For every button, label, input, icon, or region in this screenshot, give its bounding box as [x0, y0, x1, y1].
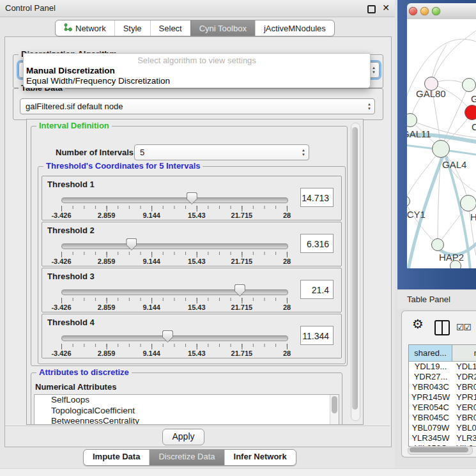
- scale-tick-label: 21.715: [231, 303, 253, 311]
- column-header-name[interactable]: name: [452, 345, 476, 361]
- network-node-label: C: [472, 121, 476, 132]
- algorithm-dropdown-popup: Select algorithm to view settings Manual…: [23, 53, 371, 88]
- combo-stepper-icon: ▲▼: [364, 99, 374, 114]
- interval-definition-group: Interval Definition Number of Intervals …: [31, 126, 348, 366]
- scale-tick-label: 9.144: [142, 211, 160, 219]
- traffic-light-close-icon[interactable]: [409, 7, 417, 15]
- table-row[interactable]: YPR145W YPR1: [409, 392, 476, 403]
- tab-style[interactable]: Style: [114, 20, 150, 36]
- network-node[interactable]: [432, 140, 450, 158]
- scale-tick-label: 15.43: [188, 257, 206, 265]
- table-horizontal-scrollbar[interactable]: [408, 446, 473, 455]
- combo-stepper-icon: ▲▼: [298, 145, 309, 160]
- tab-infer-network[interactable]: Infer Network: [224, 450, 296, 465]
- node-attribute-table[interactable]: shared... name YDL19... YDL1 YDR27... YD…: [408, 344, 476, 447]
- close-icon[interactable]: ✕: [382, 3, 390, 13]
- float-window-icon[interactable]: [367, 5, 376, 13]
- table-row[interactable]: YLR345W YLR3: [409, 433, 476, 443]
- gear-icon[interactable]: ⚙: [412, 316, 424, 332]
- table-header-row: shared... name: [409, 345, 476, 362]
- number-of-intervals-label: Number of Intervals: [56, 148, 134, 157]
- checkbox-icons[interactable]: ☑☑: [456, 322, 471, 332]
- scale-tick-label: 15.43: [188, 211, 206, 219]
- threshold-value-field[interactable]: 21.4: [300, 280, 334, 299]
- table-row[interactable]: YDR27... YDR2: [409, 372, 476, 382]
- traffic-light-zoom-icon[interactable]: [432, 7, 440, 15]
- numerical-attributes-list[interactable]: SelfLoopsTopologicalCoefficientBetweenne…: [34, 394, 339, 425]
- scrollbar-thumb[interactable]: [332, 396, 337, 413]
- cell-shared-name: YER054C: [409, 403, 452, 413]
- control-panel-titlebar: Control Panel ✕: [0, 0, 395, 17]
- slider-scale: -3.4262.8599.14415.4321.71528: [61, 256, 287, 264]
- attributes-scrollbar[interactable]: [330, 395, 339, 424]
- network-node-label: GAL11: [407, 128, 431, 139]
- apply-button[interactable]: Apply: [162, 429, 204, 445]
- cell-name: YER0: [452, 403, 476, 413]
- tab-discretize-data[interactable]: Discretize Data: [149, 450, 224, 465]
- cell-shared-name: YDR27...: [409, 372, 452, 382]
- scale-tick-label: 2.859: [98, 349, 116, 357]
- network-node[interactable]: [464, 105, 476, 120]
- table-row[interactable]: YER054C YER0: [409, 403, 476, 413]
- tab-cyni-toolbox[interactable]: Cyni Toolbox: [190, 20, 255, 36]
- network-window-titlebar[interactable]: [407, 3, 476, 20]
- scale-tick-label: -3.426: [51, 303, 71, 311]
- scale-tick-label: 15.43: [188, 303, 206, 311]
- cell-name: YBR0: [452, 382, 476, 392]
- table-data-combobox[interactable]: galFiltered.sif default node ▲▼: [20, 98, 375, 114]
- network-canvas[interactable]: GAL80GACGAL11GAL4GCY1HAHAP2: [407, 19, 476, 268]
- group-title: Attributes to discretize: [36, 368, 132, 377]
- thresholds-group: Threshold's Coordinates for 5 Intervals …: [38, 166, 346, 364]
- threshold-value-field[interactable]: 11.344: [300, 326, 334, 345]
- app-root: Control Panel ✕ Network Style: [0, 0, 476, 476]
- settings-scrollbar[interactable]: [351, 123, 360, 421]
- threshold-3-panel: Threshold 3 -3.4262.8599.14415.4321.7152…: [42, 268, 342, 312]
- tab-select[interactable]: Select: [150, 20, 190, 36]
- scale-tick-label: 28: [283, 349, 291, 357]
- group-title: Threshold's Coordinates for 5 Intervals: [43, 162, 203, 171]
- scale-tick-label: 21.715: [231, 211, 253, 219]
- scale-tick-label: 21.715: [231, 349, 253, 357]
- bottom-strip: [0, 468, 476, 476]
- network-node-label: GAL4: [442, 159, 466, 170]
- tab-jactivemnodules[interactable]: jActiveMNodules: [255, 20, 334, 36]
- table-row[interactable]: YDL19... YDL1: [409, 362, 476, 372]
- settings-scroll-panel: Interval Definition Number of Intervals …: [26, 119, 364, 425]
- attribute-list-item[interactable]: SelfLoops: [35, 395, 339, 406]
- network-node[interactable]: [450, 260, 461, 268]
- attribute-list-item[interactable]: BetweennessCentrality: [35, 416, 339, 425]
- table-row[interactable]: YBL079W YBL0: [409, 423, 476, 433]
- column-header-shared-name[interactable]: shared...: [409, 345, 452, 361]
- slider-thumb[interactable]: [234, 284, 245, 296]
- attribute-list-item[interactable]: TopologicalCoefficient: [35, 406, 339, 417]
- scrollbar-thumb[interactable]: [410, 447, 468, 452]
- cell-name: YPR1: [452, 392, 476, 403]
- scrollbar-thumb[interactable]: [352, 127, 358, 410]
- threshold-value-field[interactable]: 6.316: [300, 234, 334, 253]
- scale-tick-label: 21.715: [231, 257, 253, 265]
- scale-tick-label: 15.43: [188, 349, 206, 357]
- dropdown-option-equal-width-frequency[interactable]: Equal Width/Frequency Discretization: [26, 76, 170, 86]
- traffic-light-minimize-icon[interactable]: [420, 7, 429, 15]
- threshold-label: Threshold 1: [47, 180, 95, 189]
- cyni-content-panel: Discretization Algorithm ▲▼ Select algor…: [4, 36, 392, 447]
- slider-thumb[interactable]: [162, 330, 173, 342]
- tab-impute-data[interactable]: Impute Data: [84, 450, 149, 465]
- threshold-1-panel: Threshold 1 -3.4262.8599.14415.4321.7152…: [42, 176, 342, 220]
- network-node-label: GCY1: [407, 209, 426, 220]
- network-node[interactable]: [462, 78, 476, 92]
- slider-thumb[interactable]: [187, 192, 197, 204]
- network-node[interactable]: [460, 195, 476, 211]
- number-of-intervals-combobox[interactable]: 5 ▲▼: [134, 144, 309, 160]
- threshold-value-field[interactable]: 14.713: [300, 188, 334, 207]
- threshold-2-panel: Threshold 2 -3.4262.8599.14415.4321.7152…: [42, 222, 342, 266]
- cell-shared-name: YLR345W: [409, 433, 452, 443]
- slider-thumb[interactable]: [126, 238, 137, 250]
- dropdown-option-manual-discretization[interactable]: Manual Discretization: [26, 66, 115, 75]
- table-row[interactable]: YBR043C YBR0: [409, 382, 476, 392]
- combo-value: 5: [135, 148, 298, 157]
- network-node[interactable]: [431, 238, 444, 251]
- table-row[interactable]: YBR045C YBR0: [409, 413, 476, 423]
- columns-icon[interactable]: [434, 320, 450, 335]
- tab-network[interactable]: Network: [56, 20, 114, 36]
